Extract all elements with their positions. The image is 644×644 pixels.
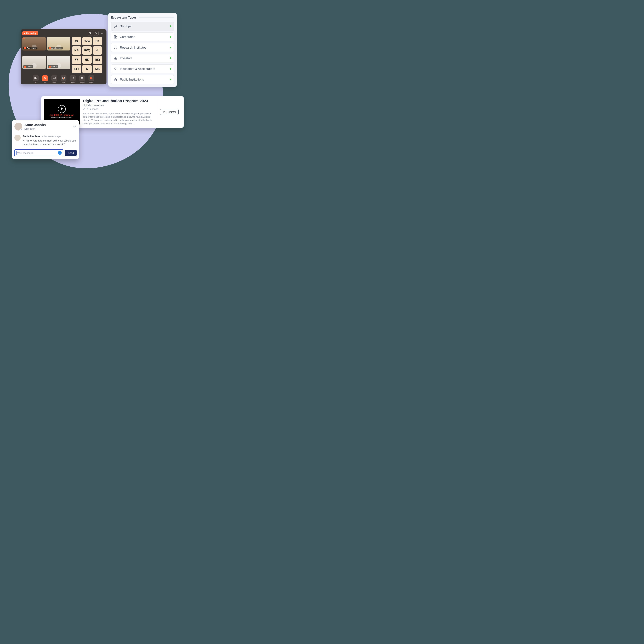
participant-initials[interactable]: KB <box>72 46 81 55</box>
message-body: Hi Anne! Great to connect with you! Woul… <box>23 139 77 146</box>
register-label: Register <box>167 111 176 113</box>
chat-panel: Anne Jacobs lyrix Tech Paula Houben a fe… <box>12 120 79 159</box>
register-button[interactable]: Register <box>160 109 179 115</box>
rocket-icon <box>114 24 117 28</box>
course-org: digitalHUBAachen <box>83 104 152 107</box>
participant-initials[interactable]: FW( <box>82 46 92 55</box>
video-tile[interactable]: Florian <box>22 56 46 69</box>
mic-muted-icon <box>24 66 26 68</box>
react-button[interactable] <box>70 75 76 81</box>
svg-rect-1 <box>90 33 91 34</box>
people-button[interactable] <box>79 75 85 81</box>
ecosystem-item-label: Research Institutes <box>120 46 167 49</box>
mic-muted-icon <box>49 47 51 49</box>
mic-button[interactable] <box>42 75 48 81</box>
participant-initials[interactable]: S <box>82 65 92 73</box>
money-bag-icon <box>114 56 117 60</box>
participant-name: Florian <box>27 66 32 68</box>
ecosystem-item-public[interactable]: Public Institutions <box>111 75 174 84</box>
flask-icon <box>114 46 117 49</box>
status-dot <box>170 36 171 38</box>
recording-label: Recording <box>26 32 36 35</box>
mic-label: Mic <box>44 82 46 83</box>
building-icon <box>114 35 117 39</box>
ecosystem-item-investors[interactable]: Investors <box>111 54 174 63</box>
svg-point-10 <box>81 77 82 78</box>
more-icon[interactable] <box>100 31 105 36</box>
message-time: a few seconds ago <box>42 135 60 138</box>
avatar <box>14 135 21 141</box>
check-icon[interactable]: ✓ <box>58 151 62 155</box>
gear-icon[interactable] <box>94 31 99 36</box>
ecosystem-item-label: Public Institutions <box>120 78 167 81</box>
participant-name: Julia Brossier <box>51 47 62 49</box>
share-button[interactable] <box>51 75 57 81</box>
participant-initials[interactable]: W <box>72 56 81 64</box>
course-description: About This Course This Digital Pre-Incub… <box>83 112 152 125</box>
participant-name: Zainab (you) <box>27 47 36 49</box>
mic-muted-icon <box>24 47 26 49</box>
chat-message: Paula Houben a few seconds ago Hi Anne! … <box>14 135 77 146</box>
participant-initials[interactable]: LFI <box>72 65 81 73</box>
leave-label: Leave <box>89 82 94 83</box>
id-card-icon <box>163 111 165 113</box>
participant-initials[interactable]: PK <box>93 37 102 45</box>
leave-button[interactable] <box>88 75 94 81</box>
message-input[interactable]: Your message ✓ <box>14 149 63 156</box>
camera-button[interactable] <box>33 75 39 81</box>
avatar <box>14 123 22 131</box>
participant-name: Sven P. <box>51 66 57 68</box>
participant-initials[interactable]: CVW <box>82 37 92 45</box>
svg-rect-14 <box>116 36 117 38</box>
message-placeholder: Your message <box>17 151 58 154</box>
ecosystem-item-incubators[interactable]: Incubators & Accelerators <box>111 64 174 73</box>
chat-contact-name: Anne Jacobs <box>24 123 46 127</box>
chat-contact-org: lyrix Tech <box>24 127 46 130</box>
ecosystem-item-corporates[interactable]: Corporates <box>111 32 174 41</box>
send-label: Send <box>68 151 74 154</box>
edit-icon <box>83 108 86 110</box>
stop-button[interactable] <box>61 75 66 81</box>
recording-badge: Recording <box>22 31 38 35</box>
thumb-sub: Digital Pre-Incubation Program <box>51 116 72 118</box>
participant-initials[interactable]: HL <box>93 46 102 55</box>
institution-icon <box>114 78 117 81</box>
course-title: Digital Pre-Incubation Program 2023 <box>83 99 152 103</box>
status-dot <box>170 68 171 70</box>
svg-point-15 <box>115 69 116 69</box>
ecosystem-panel: Ecosystem Types Startups Corporates Rese… <box>108 13 177 87</box>
video-call-panel: Recording Zainab (you) <box>21 29 106 84</box>
rocket-icon <box>58 105 66 113</box>
stop-label: Stop <box>62 82 65 83</box>
send-button[interactable]: Send <box>65 150 77 156</box>
call-controls: Cam Mic Share Stop React People Leave <box>22 75 105 83</box>
svg-point-11 <box>82 77 83 78</box>
video-tile[interactable]: Zainab (you) <box>22 37 46 50</box>
ecosystem-item-label: Corporates <box>120 35 167 39</box>
ecosystem-item-label: Startups <box>120 25 167 28</box>
ecosystem-item-research[interactable]: Research Institutes <box>111 43 174 52</box>
ecosystem-item-label: Investors <box>120 57 167 60</box>
people-label: People <box>80 82 84 83</box>
chevron-down-icon[interactable] <box>72 125 77 129</box>
svg-rect-13 <box>114 36 116 38</box>
initials-grid: G( CVW PK KB FW( HL W HK RK( LFI S MS <box>72 37 102 73</box>
participant-initials[interactable]: RK( <box>93 56 102 64</box>
participant-initials[interactable]: G( <box>72 37 81 45</box>
pip-icon[interactable] <box>88 31 92 36</box>
svg-point-2 <box>96 33 97 34</box>
participant-initials[interactable]: MS <box>93 65 102 73</box>
video-grid: Zainab (you) Julia Brossier Florian Sven… <box>22 37 70 73</box>
status-dot <box>170 25 171 27</box>
svg-point-3 <box>101 33 102 34</box>
status-dot <box>170 47 171 48</box>
video-tile[interactable]: Julia Brossier <box>47 37 70 50</box>
presence-dot <box>20 128 22 131</box>
video-tile[interactable]: Sven P. <box>47 56 70 69</box>
ecosystem-item-startups[interactable]: Startups <box>111 22 174 31</box>
gauge-icon <box>114 67 117 71</box>
participant-initials[interactable]: HK <box>82 56 92 64</box>
status-dot <box>170 57 171 59</box>
ecosystem-title: Ecosystem Types <box>111 16 137 19</box>
camera-label: Cam <box>34 82 37 83</box>
